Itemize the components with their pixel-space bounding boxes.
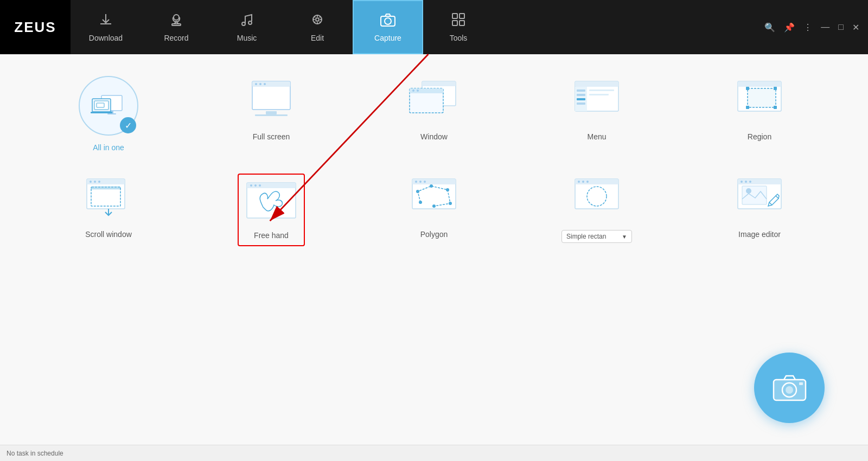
svg-rect-47 xyxy=(774,106,777,109)
capture-item-free-hand[interactable]: Free hand xyxy=(206,174,336,246)
svg-rect-25 xyxy=(255,114,288,116)
capture-item-polygon[interactable]: Polygon xyxy=(369,174,499,246)
svg-rect-39 xyxy=(589,89,614,91)
tools-icon xyxy=(451,12,466,30)
svg-rect-1 xyxy=(172,24,181,25)
capture-item-menu[interactable]: Menu xyxy=(532,76,662,152)
svg-rect-24 xyxy=(266,111,277,114)
logo-text: ZEUS xyxy=(14,19,56,36)
svg-point-62 xyxy=(415,181,417,183)
svg-rect-8 xyxy=(452,14,457,18)
svg-rect-27 xyxy=(422,81,456,86)
svg-rect-72 xyxy=(575,179,618,184)
svg-point-3 xyxy=(248,21,252,24)
svg-point-67 xyxy=(430,184,433,188)
window-controls: 🔍 📌 ⋮ — □ ✕ xyxy=(764,22,868,33)
image-editor-label: Image editor xyxy=(738,230,781,239)
svg-point-69 xyxy=(449,202,452,205)
nav-item-tools[interactable]: Tools xyxy=(423,0,494,54)
svg-point-21 xyxy=(255,83,257,85)
float-camera-icon xyxy=(772,373,807,403)
svg-rect-56 xyxy=(247,183,296,188)
search-win-icon[interactable]: 🔍 xyxy=(764,22,775,33)
svg-point-5 xyxy=(316,18,319,21)
full-screen-icon-wrap xyxy=(239,76,304,125)
scroll-window-icon-wrap xyxy=(76,174,141,222)
download-icon xyxy=(98,12,113,30)
nav-record-label: Record xyxy=(164,34,188,42)
svg-rect-35 xyxy=(577,89,585,92)
svg-point-64 xyxy=(424,181,426,183)
svg-point-73 xyxy=(578,181,580,183)
capture-item-all-in-one[interactable]: ✓ All in one xyxy=(43,76,174,152)
svg-point-30 xyxy=(412,89,414,92)
svg-rect-9 xyxy=(459,14,464,18)
svg-point-89 xyxy=(786,386,793,394)
app-container: ZEUS Download xyxy=(0,0,868,461)
nav-edit-label: Edit xyxy=(311,34,324,42)
minimize-icon[interactable]: — xyxy=(821,22,829,32)
custom-region-icon-wrap xyxy=(564,174,629,222)
svg-rect-44 xyxy=(746,87,749,90)
svg-rect-33 xyxy=(575,81,618,87)
svg-point-52 xyxy=(98,181,100,183)
main-content: ✓ All in one Full scre xyxy=(0,54,868,445)
capture-item-scroll-window[interactable]: Scroll window xyxy=(43,174,174,246)
nav-item-music[interactable]: Music xyxy=(212,0,282,54)
nav-item-capture[interactable]: Capture xyxy=(353,0,423,54)
svg-rect-14 xyxy=(107,113,116,114)
capture-item-region[interactable]: Region xyxy=(694,76,825,152)
svg-point-68 xyxy=(446,188,449,191)
svg-point-57 xyxy=(250,184,252,187)
svg-point-22 xyxy=(259,83,261,85)
svg-rect-61 xyxy=(412,179,456,184)
free-hand-icon-wrap xyxy=(244,180,298,223)
all-in-one-label: All in one xyxy=(93,143,124,152)
image-editor-icon-wrap xyxy=(727,174,792,222)
statusbar-text: No task in schedule xyxy=(7,450,63,457)
svg-rect-16 xyxy=(91,112,112,113)
pin-icon[interactable]: 📌 xyxy=(784,22,795,33)
svg-point-83 xyxy=(746,188,751,194)
svg-point-51 xyxy=(94,181,96,183)
svg-point-75 xyxy=(586,181,589,183)
edit-icon xyxy=(310,12,325,30)
svg-point-66 xyxy=(416,190,419,193)
simple-rectan-dropdown[interactable]: Simple rectan ▼ xyxy=(561,230,632,243)
capture-item-window[interactable]: Window xyxy=(369,76,499,152)
floating-camera-button[interactable] xyxy=(754,353,825,423)
record-icon xyxy=(169,12,184,30)
svg-rect-78 xyxy=(738,179,781,184)
capture-item-custom-region[interactable]: Simple rectan ▼ xyxy=(532,174,662,246)
maximize-icon[interactable]: □ xyxy=(838,22,844,32)
svg-point-63 xyxy=(419,181,422,183)
svg-point-70 xyxy=(432,204,436,208)
statusbar: No task in schedule xyxy=(0,445,868,461)
nav-item-edit[interactable]: Edit xyxy=(282,0,353,54)
camera-icon xyxy=(380,12,396,30)
svg-point-58 xyxy=(254,184,257,187)
free-hand-label: Free hand xyxy=(254,231,289,240)
music-icon xyxy=(239,12,254,30)
capture-item-full-screen[interactable]: Full screen xyxy=(206,76,336,152)
close-icon[interactable]: ✕ xyxy=(852,22,859,33)
logo: ZEUS xyxy=(0,0,71,54)
nav-download-label: Download xyxy=(89,34,123,42)
svg-point-31 xyxy=(417,89,419,92)
capture-item-image-editor[interactable]: Image editor xyxy=(694,174,825,246)
menu-icon-wrap xyxy=(564,76,629,125)
svg-point-74 xyxy=(582,181,584,183)
svg-rect-42 xyxy=(738,81,781,87)
nav-items: Download Record xyxy=(71,0,764,54)
region-label: Region xyxy=(748,132,771,141)
svg-rect-82 xyxy=(742,186,767,204)
nav-item-record[interactable]: Record xyxy=(141,0,212,54)
polygon-icon-wrap xyxy=(401,174,467,222)
more-icon[interactable]: ⋮ xyxy=(803,22,812,33)
window-label: Window xyxy=(420,132,448,141)
nav-item-download[interactable]: Download xyxy=(71,0,141,54)
polygon-label: Polygon xyxy=(420,230,448,239)
navbar: ZEUS Download xyxy=(0,0,868,54)
svg-point-23 xyxy=(264,83,266,85)
svg-rect-11 xyxy=(459,21,464,25)
